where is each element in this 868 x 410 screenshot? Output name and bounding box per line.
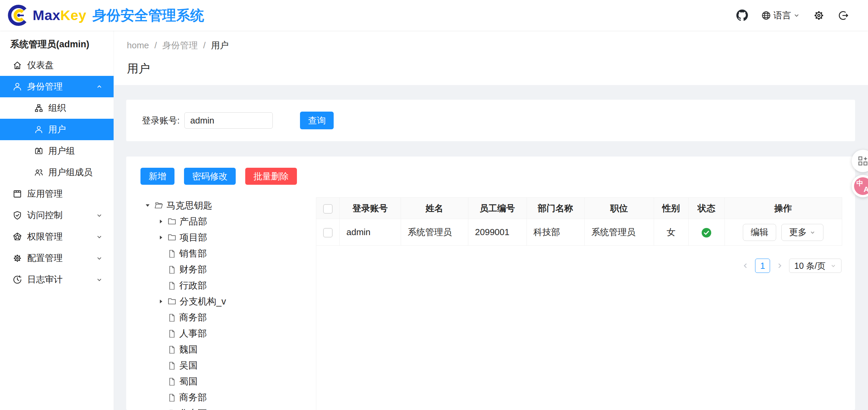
file-icon xyxy=(168,265,176,274)
tree-node[interactable]: 商务部 xyxy=(126,389,316,405)
history-icon xyxy=(12,275,22,285)
cell-position: 系统管理员 xyxy=(584,219,654,246)
folder-icon xyxy=(167,217,177,226)
cell-department: 科技部 xyxy=(527,219,584,246)
tree-node-label: 行政部 xyxy=(179,279,207,292)
col-name: 姓名 xyxy=(401,198,468,219)
sidebar-item-access-control[interactable]: 访问控制 xyxy=(0,204,114,226)
tree-node-label: 华东区 xyxy=(179,407,207,410)
query-button[interactable]: 查询 xyxy=(300,112,334,129)
sidebar-item-permissions[interactable]: 权限管理 xyxy=(0,226,114,247)
status-enabled-icon xyxy=(701,228,712,238)
prev-page-icon[interactable] xyxy=(741,262,750,270)
search-panel: 登录账号: 查询 xyxy=(126,100,855,141)
shield-icon xyxy=(12,210,22,220)
toolbar: 新增 密码修改 批量删除 xyxy=(126,168,855,185)
add-user-button[interactable]: 新增 xyxy=(140,168,174,185)
home-icon xyxy=(12,60,22,70)
settings-gear-icon[interactable] xyxy=(813,10,825,21)
tree-node[interactable]: 销售部 xyxy=(126,245,316,261)
edit-button[interactable]: 编辑 xyxy=(743,224,776,241)
sidebar-item-organization[interactable]: 组织 xyxy=(0,97,114,119)
language-label: 语言 xyxy=(773,10,791,21)
tree-node[interactable]: 吴国 xyxy=(126,357,316,373)
cell-employee-id: 2099001 xyxy=(468,219,527,246)
tree-node-label: 项目部 xyxy=(180,231,207,244)
tree-node-label: 商务部 xyxy=(179,311,207,324)
row-actions: 编辑 更多 xyxy=(725,224,842,241)
col-actions: 操作 xyxy=(724,198,842,219)
chevron-down-icon xyxy=(96,255,103,262)
change-password-button[interactable]: 密码修改 xyxy=(184,168,236,185)
sidebar-item-user-groups[interactable]: 用户组 xyxy=(0,140,114,162)
sidebar-item-label: 日志审计 xyxy=(27,274,63,285)
tree-node[interactable]: 财务部 xyxy=(126,261,316,277)
sidebar-item-identity[interactable]: 身份管理 xyxy=(0,76,114,97)
file-icon xyxy=(168,345,176,354)
cell-gender: 女 xyxy=(654,219,688,246)
folder-icon xyxy=(167,233,177,242)
breadcrumb-current: 用户 xyxy=(211,39,229,51)
sidebar-item-group-members[interactable]: 用户组成员 xyxy=(0,162,114,183)
language-switcher[interactable]: 语言 xyxy=(761,10,800,21)
brand-name: MaxKey xyxy=(33,7,86,23)
tree-node[interactable]: 蜀国 xyxy=(126,373,316,389)
batch-delete-button[interactable]: 批量删除 xyxy=(245,168,297,185)
tree-node[interactable]: 分支机构_v xyxy=(126,293,316,309)
tree-node[interactable]: 华东区 xyxy=(126,405,316,410)
caret-right-icon[interactable] xyxy=(157,299,164,304)
page-header: home / 身份管理 / 用户 用户 xyxy=(114,31,868,85)
sidebar-item-users[interactable]: 用户 xyxy=(0,119,114,140)
maxkey-admin-app: MaxKey 身份安全管理系统 语言 xyxy=(0,0,868,410)
sidebar-item-configuration[interactable]: 配置管理 xyxy=(0,247,114,269)
file-icon xyxy=(168,281,176,290)
github-icon[interactable] xyxy=(736,10,748,21)
breadcrumb-separator: / xyxy=(203,40,205,51)
components-sparkle-icon xyxy=(858,156,868,166)
tree-node[interactable]: 产品部 xyxy=(126,213,316,229)
caret-right-icon[interactable] xyxy=(157,219,164,224)
cell-name: 系统管理员 xyxy=(401,219,468,246)
next-page-icon[interactable] xyxy=(775,262,784,270)
tree-node-label: 吴国 xyxy=(179,359,198,372)
org-icon xyxy=(34,103,44,113)
tree-node[interactable]: 魏国 xyxy=(126,341,316,357)
page-number-current[interactable]: 1 xyxy=(755,259,770,273)
select-all-checkbox[interactable] xyxy=(323,204,333,214)
breadcrumb-identity[interactable]: 身份管理 xyxy=(162,39,198,51)
pentagon-icon xyxy=(12,232,22,242)
tree-node[interactable]: 人事部 xyxy=(126,325,316,341)
page-size-select[interactable]: 10 条/页 xyxy=(789,259,841,273)
sidebar-item-dashboard[interactable]: 仪表盘 xyxy=(0,54,114,76)
file-icon xyxy=(168,313,176,322)
row-checkbox[interactable] xyxy=(323,228,333,237)
tree-node-label: 分支机构_v xyxy=(180,295,226,308)
sidebar-item-label: 应用管理 xyxy=(27,188,63,200)
table-header-row: 登录账号 姓名 员工编号 部门名称 职位 性别 状态 操作 xyxy=(316,198,842,219)
caret-down-icon[interactable] xyxy=(144,203,151,208)
logout-icon[interactable] xyxy=(838,10,849,21)
file-icon xyxy=(168,377,176,386)
tree-node[interactable]: 行政部 xyxy=(126,277,316,293)
tree-node[interactable]: 项目部 xyxy=(126,229,316,245)
more-button[interactable]: 更多 xyxy=(781,224,823,241)
tree-node-label: 产品部 xyxy=(180,215,207,228)
tree-node[interactable]: 商务部 xyxy=(126,309,316,325)
login-account-input[interactable] xyxy=(184,112,273,129)
sidebar-item-applications[interactable]: 应用管理 xyxy=(0,183,114,204)
file-icon xyxy=(168,393,176,401)
tree-node-root[interactable]: 马克思钥匙 xyxy=(126,197,316,213)
globe-icon xyxy=(761,10,771,21)
breadcrumb-home[interactable]: home xyxy=(127,40,149,51)
gear-icon xyxy=(12,253,22,263)
chevron-down-icon xyxy=(809,229,816,235)
file-icon xyxy=(168,249,176,258)
page-title: 用户 xyxy=(127,61,855,77)
translate-icon: 中A xyxy=(854,177,868,195)
org-tree: 马克思钥匙 产 xyxy=(126,197,316,410)
sidebar-item-audit-log[interactable]: 日志审计 xyxy=(0,269,114,290)
caret-right-icon[interactable] xyxy=(157,235,164,240)
maxkey-logo-icon xyxy=(7,4,29,26)
sidebar-item-label: 组织 xyxy=(48,102,66,114)
file-icon xyxy=(168,329,176,338)
